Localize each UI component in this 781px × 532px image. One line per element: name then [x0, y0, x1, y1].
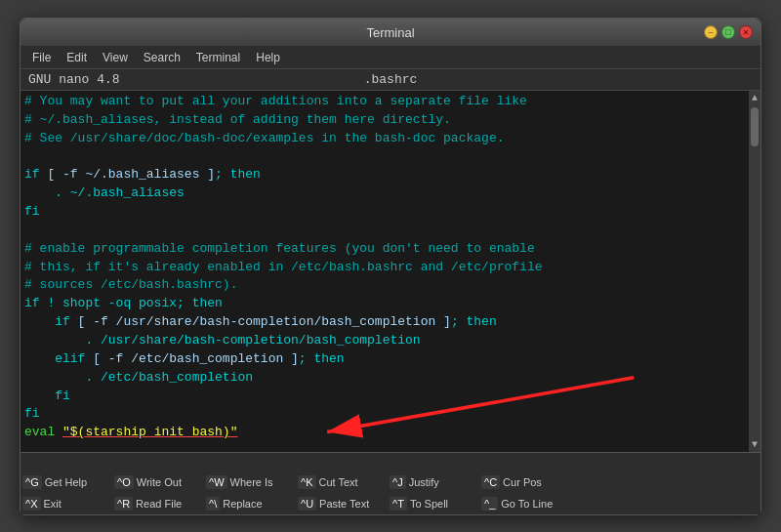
- shortcut-label: Replace: [223, 498, 262, 510]
- shortcut-item: ^JJustify: [390, 475, 477, 489]
- shortcut-key[interactable]: ^T: [390, 497, 407, 511]
- shortcut-item: ^KCut Text: [298, 475, 386, 489]
- terminal-content[interactable]: # You may want to put all your additions…: [21, 91, 760, 452]
- nano-filename: .bashrc: [269, 72, 511, 87]
- minimize-button[interactable]: –: [704, 25, 718, 39]
- shortcut-label: Read File: [136, 498, 182, 510]
- terminal-line: # ~/.bash_aliases, instead of adding the…: [24, 111, 757, 130]
- menu-view[interactable]: View: [95, 49, 136, 66]
- scrollbar-thumb[interactable]: [751, 107, 759, 146]
- shortcut-bar: ^GGet Help^OWrite Out^WWhere Is^KCut Tex…: [21, 471, 760, 514]
- shortcut-label: Where Is: [230, 476, 273, 488]
- shortcut-label: Go To Line: [501, 498, 553, 510]
- shortcut-key[interactable]: ^\: [206, 497, 220, 511]
- terminal-line: [24, 148, 757, 167]
- terminal-line: fi: [24, 405, 757, 424]
- menu-terminal[interactable]: Terminal: [188, 49, 248, 66]
- terminal-window: Terminal – □ ✕ File Edit View Search Ter…: [20, 18, 761, 515]
- titlebar: Terminal – □ ✕: [21, 19, 760, 46]
- shortcut-key[interactable]: ^_: [481, 497, 498, 511]
- maximize-button[interactable]: □: [721, 25, 735, 39]
- shortcut-item: ^GGet Help: [22, 475, 110, 489]
- shortcut-label: Cut Text: [319, 476, 358, 488]
- shortcut-item: ^RRead File: [114, 497, 202, 511]
- shortcut-label: Cur Pos: [503, 476, 542, 488]
- shortcut-item: ^\Replace: [206, 497, 294, 511]
- shortcut-label: Paste Text: [319, 498, 369, 510]
- terminal-line: # this, if it's already enabled in /etc/…: [24, 259, 757, 277]
- terminal-line: elif [ -f /etc/bash_completion ]; then: [24, 350, 757, 369]
- shortcut-row-2: ^XExit^RRead File^\Replace^UPaste Text^T…: [21, 493, 760, 514]
- window-title: Terminal: [366, 25, 414, 40]
- shortcut-label: Get Help: [45, 476, 87, 488]
- close-button[interactable]: ✕: [739, 25, 753, 39]
- shortcut-key[interactable]: ^R: [114, 497, 133, 511]
- shortcut-item: ^_Go To Line: [481, 497, 569, 511]
- scrollbar[interactable]: ▲ ▼: [749, 91, 760, 452]
- shortcut-label: Write Out: [137, 476, 182, 488]
- terminal-line: # See /usr/share/doc/bash-doc/examples i…: [24, 130, 757, 148]
- shortcut-item: ^OWrite Out: [114, 475, 202, 489]
- statusbar: [21, 452, 760, 471]
- terminal-line: eval "$(starship init bash)": [24, 424, 757, 442]
- shortcut-item: ^TTo Spell: [390, 497, 477, 511]
- shortcut-key[interactable]: ^U: [298, 497, 316, 511]
- terminal-line: # enable programmable completion feature…: [24, 240, 757, 259]
- menu-search[interactable]: Search: [136, 49, 188, 66]
- terminal-line: if [ -f /usr/share/bash-completion/bash_…: [24, 313, 757, 332]
- shortcut-key[interactable]: ^O: [114, 475, 134, 489]
- menubar: File Edit View Search Terminal Help: [21, 46, 760, 69]
- shortcut-item: ^CCur Pos: [481, 475, 569, 489]
- menu-edit[interactable]: Edit: [59, 49, 95, 66]
- terminal-line: . ~/.bash_aliases: [24, 184, 757, 203]
- shortcut-key[interactable]: ^K: [298, 475, 316, 489]
- menu-file[interactable]: File: [24, 49, 59, 66]
- shortcut-item: ^XExit: [22, 497, 110, 511]
- shortcut-key[interactable]: ^G: [22, 475, 42, 489]
- shortcut-label: Exit: [44, 498, 62, 510]
- terminal-line: [24, 222, 757, 240]
- shortcut-key[interactable]: ^W: [206, 475, 227, 489]
- shortcut-key[interactable]: ^X: [22, 497, 41, 511]
- terminal-line: fi: [24, 203, 757, 222]
- content-wrapper: # You may want to put all your additions…: [21, 91, 760, 452]
- terminal-line: # sources /etc/bash.bashrc).: [24, 276, 757, 295]
- shortcut-key[interactable]: ^C: [481, 475, 500, 489]
- shortcut-label: Justify: [409, 476, 439, 488]
- nano-version: GNU nano 4.8: [28, 72, 269, 87]
- shortcut-item: ^UPaste Text: [298, 497, 386, 511]
- shortcut-label: To Spell: [410, 498, 448, 510]
- shortcut-item: ^WWhere Is: [206, 475, 294, 489]
- terminal-line: fi: [24, 388, 757, 406]
- terminal-line: . /etc/bash_completion: [24, 369, 757, 388]
- window-buttons: – □ ✕: [704, 25, 753, 39]
- shortcut-row-1: ^GGet Help^OWrite Out^WWhere Is^KCut Tex…: [21, 471, 760, 493]
- shortcut-key[interactable]: ^J: [390, 475, 406, 489]
- terminal-line: if [ -f ~/.bash_aliases ]; then: [24, 166, 757, 184]
- terminal-line: . /usr/share/bash-completion/bash_comple…: [24, 332, 757, 350]
- menu-help[interactable]: Help: [248, 49, 288, 66]
- terminal-line: if ! shopt -oq posix; then: [24, 295, 757, 313]
- nano-header: GNU nano 4.8 .bashrc: [21, 69, 760, 91]
- terminal-line: # You may want to put all your additions…: [24, 93, 757, 111]
